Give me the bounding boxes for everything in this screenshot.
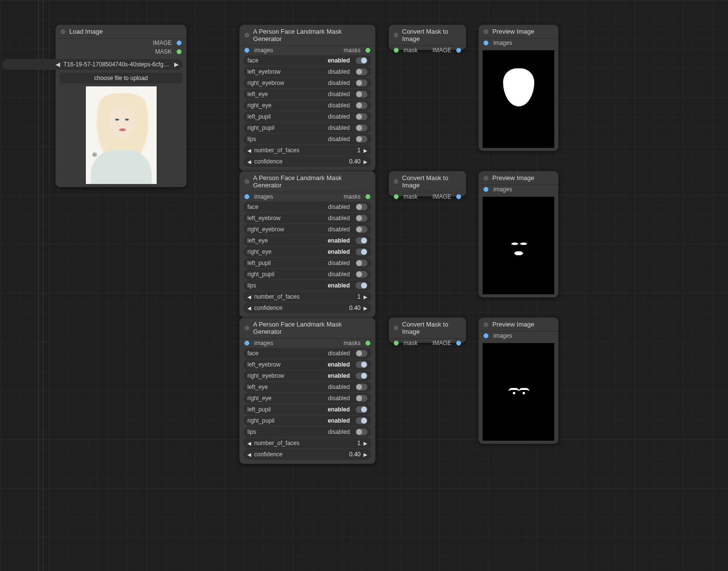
port-images-in[interactable] <box>484 333 488 338</box>
node-header[interactable]: A Person Face Landmark Mask Generator <box>240 318 375 339</box>
option-left_eyebrow[interactable]: left_eyebrow disabled <box>243 213 371 224</box>
node-header[interactable]: Preview Image <box>479 318 558 331</box>
node-collapse-icon[interactable] <box>394 33 398 38</box>
toggle-icon[interactable] <box>356 215 367 222</box>
node-preview-image[interactable]: Preview Image images <box>478 317 559 444</box>
option-right_pupil[interactable]: right_pupil disabled <box>243 269 371 280</box>
node-header[interactable]: A Person Face Landmark Mask Generator <box>240 25 375 46</box>
chevron-left-icon[interactable]: ◀ <box>247 306 251 311</box>
option-lips[interactable]: lips disabled <box>243 134 371 144</box>
chevron-right-icon[interactable]: ▶ <box>364 294 367 300</box>
option-left_pupil[interactable]: left_pupil disabled <box>243 111 371 122</box>
option-right_eyebrow[interactable]: right_eyebrow disabled <box>243 224 371 235</box>
toggle-icon[interactable] <box>356 248 367 255</box>
port-images-in[interactable] <box>484 187 488 192</box>
port-mask-in[interactable] <box>394 341 399 346</box>
option-face[interactable]: face disabled <box>243 202 371 212</box>
toggle-icon[interactable] <box>356 417 367 424</box>
node-collapse-icon[interactable] <box>244 326 249 330</box>
option-left_eye[interactable]: left_eye disabled <box>243 382 371 392</box>
port-images-in[interactable] <box>244 48 249 53</box>
toggle-icon[interactable] <box>356 124 367 131</box>
toggle-icon[interactable] <box>356 80 367 86</box>
port-image-out[interactable] <box>456 194 461 199</box>
toggle-icon[interactable] <box>356 271 367 278</box>
toggle-icon[interactable] <box>356 102 367 109</box>
chevron-left-icon[interactable]: ◀ <box>247 441 251 446</box>
toggle-icon[interactable] <box>356 350 367 357</box>
node-collapse-icon[interactable] <box>394 326 398 330</box>
option-left_pupil[interactable]: left_pupil disabled <box>243 258 371 268</box>
chevron-left-icon[interactable]: ◀ <box>247 452 251 457</box>
option-lips[interactable]: lips disabled <box>243 427 371 437</box>
chevron-left-icon[interactable]: ◀ <box>247 294 251 300</box>
port-mask-in[interactable] <box>394 48 399 53</box>
toggle-icon[interactable] <box>356 226 367 233</box>
toggle-icon[interactable] <box>356 282 367 289</box>
node-landmark-generator[interactable]: A Person Face Landmark Mask Generator im… <box>239 317 376 464</box>
node-header[interactable]: Convert Mask to Image <box>389 318 466 339</box>
node-convert-mask[interactable]: Convert Mask to Image mask IMAGE <box>388 24 466 50</box>
option-left_pupil[interactable]: left_pupil enabled <box>243 404 371 415</box>
confidence[interactable]: ◀ confidence 0.40 ▶ <box>243 449 371 460</box>
port-image-out[interactable] <box>456 341 461 346</box>
chevron-right-icon[interactable]: ▶ <box>364 441 367 446</box>
node-preview-image[interactable]: Preview Image images <box>478 24 559 151</box>
option-lips[interactable]: lips enabled <box>243 280 371 291</box>
toggle-icon[interactable] <box>356 204 367 210</box>
chevron-left-icon[interactable]: ◀ <box>247 159 251 164</box>
chevron-right-icon[interactable]: ▶ <box>364 306 367 311</box>
port-mask-in[interactable] <box>394 194 399 199</box>
file-select[interactable]: ◀ T16-19-57-1708504740s-40steps-6cfg-Eul… <box>2 59 182 70</box>
toggle-icon[interactable] <box>356 395 367 402</box>
chevron-left-icon[interactable]: ◀ <box>247 148 251 153</box>
port-masks-out[interactable] <box>365 48 370 53</box>
option-right_pupil[interactable]: right_pupil enabled <box>243 415 371 426</box>
chevron-right-icon[interactable]: ▶ <box>174 61 179 68</box>
toggle-icon[interactable] <box>356 406 367 413</box>
node-load-image[interactable]: Load Image IMAGE MASK ◀ T16-19-57-170850… <box>55 24 187 187</box>
number-of-faces[interactable]: ◀ number_of_faces 1 ▶ <box>243 438 371 449</box>
confidence[interactable]: ◀ confidence 0.40 ▶ <box>243 156 371 167</box>
toggle-icon[interactable] <box>356 260 367 266</box>
toggle-icon[interactable] <box>356 57 367 64</box>
option-right_eye[interactable]: right_eye disabled <box>243 100 371 111</box>
option-right_pupil[interactable]: right_pupil disabled <box>243 122 371 133</box>
node-collapse-icon[interactable] <box>244 33 249 38</box>
option-right_eye[interactable]: right_eye disabled <box>243 393 371 404</box>
port-masks-out[interactable] <box>365 194 370 199</box>
node-collapse-icon[interactable] <box>484 322 488 327</box>
confidence[interactable]: ◀ confidence 0.40 ▶ <box>243 303 371 313</box>
number-of-faces[interactable]: ◀ number_of_faces 1 ▶ <box>243 291 371 302</box>
port-image-out[interactable] <box>456 48 461 53</box>
toggle-icon[interactable] <box>356 372 367 379</box>
toggle-icon[interactable] <box>356 384 367 390</box>
toggle-icon[interactable] <box>356 361 367 368</box>
upload-button[interactable]: choose file to upload <box>60 73 182 83</box>
node-convert-mask[interactable]: Convert Mask to Image mask IMAGE <box>388 317 466 343</box>
option-right_eye[interactable]: right_eye enabled <box>243 246 371 257</box>
node-collapse-icon[interactable] <box>484 176 488 181</box>
port-images-in[interactable] <box>244 341 249 346</box>
option-face[interactable]: face enabled <box>243 55 371 66</box>
port-image-out[interactable] <box>177 41 182 45</box>
chevron-right-icon[interactable]: ▶ <box>364 148 367 153</box>
option-left_eyebrow[interactable]: left_eyebrow enabled <box>243 359 371 370</box>
port-masks-out[interactable] <box>365 341 370 346</box>
node-landmark-generator[interactable]: A Person Face Landmark Mask Generator im… <box>239 24 376 171</box>
node-header[interactable]: Load Image <box>56 25 186 39</box>
node-header[interactable]: Convert Mask to Image <box>389 25 466 46</box>
node-collapse-icon[interactable] <box>394 179 398 184</box>
toggle-icon[interactable] <box>356 113 367 120</box>
port-images-in[interactable] <box>484 41 488 45</box>
node-header[interactable]: A Person Face Landmark Mask Generator <box>240 171 375 192</box>
node-collapse-icon[interactable] <box>484 29 488 34</box>
node-header[interactable]: Preview Image <box>479 25 558 39</box>
option-right_eyebrow[interactable]: right_eyebrow disabled <box>243 78 371 88</box>
toggle-icon[interactable] <box>356 91 367 98</box>
option-right_eyebrow[interactable]: right_eyebrow enabled <box>243 370 371 381</box>
toggle-icon[interactable] <box>356 428 367 435</box>
node-collapse-icon[interactable] <box>61 29 65 34</box>
number-of-faces[interactable]: ◀ number_of_faces 1 ▶ <box>243 145 371 156</box>
toggle-icon[interactable] <box>356 237 367 244</box>
